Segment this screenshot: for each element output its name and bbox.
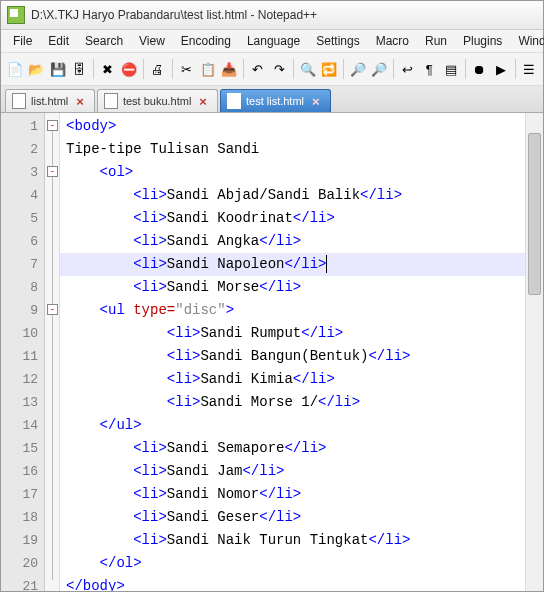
show-all-icon: ¶ [426,62,433,77]
file-icon [227,93,241,109]
code-line[interactable]: <li>Sandi Jam</li> [66,460,525,483]
menu-language[interactable]: Language [239,32,308,50]
menu-view[interactable]: View [131,32,173,50]
close-icon[interactable]: × [199,94,207,109]
tab-bar: list.html×test buku.html×test list.html× [1,86,543,113]
fold-toggle[interactable]: - [47,304,58,315]
app-icon [7,6,25,24]
line-number: 17 [1,483,38,506]
indent-guide-button[interactable]: ▤ [441,57,461,81]
code-line[interactable]: <li>Sandi Rumput</li> [66,322,525,345]
text-caret [326,255,327,273]
show-all-button[interactable]: ¶ [419,57,439,81]
cut-icon: ✂ [181,62,192,77]
paste-icon: 📥 [221,62,237,77]
print-button[interactable]: 🖨 [148,57,168,81]
paste-button[interactable]: 📥 [220,57,240,81]
code-line[interactable]: <body> [66,115,525,138]
code-line[interactable]: <li>Sandi Morse</li> [66,276,525,299]
redo-button[interactable]: ↷ [270,57,290,81]
line-number: 13 [1,391,38,414]
new-file-button[interactable]: 📄 [5,57,25,81]
code-line[interactable]: <ul type="disc"> [66,299,525,322]
code-line[interactable]: <li>Sandi Koodrinat</li> [66,207,525,230]
line-number: 11 [1,345,38,368]
code-line[interactable]: <li>Sandi Napoleon</li> [66,253,525,276]
save-icon: 💾 [50,62,66,77]
code-text-area[interactable]: <body>Tipe-tipe Tulisan Sandi <ol> <li>S… [60,113,525,591]
code-line[interactable]: <li>Sandi Kimia</li> [66,368,525,391]
tab-list.html[interactable]: list.html× [5,89,95,112]
tab-test-list.html[interactable]: test list.html× [220,89,331,112]
find-button[interactable]: 🔍 [298,57,318,81]
toolbar-separator [515,59,516,79]
code-line[interactable]: <li>Sandi Nomor</li> [66,483,525,506]
file-icon [104,93,118,109]
zoom-out-button[interactable]: 🔎 [369,57,389,81]
line-number: 5 [1,207,38,230]
tab-label: test buku.html [123,95,191,107]
code-line[interactable]: <li>Sandi Bangun(Bentuk)</li> [66,345,525,368]
menu-edit[interactable]: Edit [40,32,77,50]
macro-rec-icon: ⏺ [473,62,486,77]
macro-play-button[interactable]: ▶ [491,57,511,81]
close-icon[interactable]: × [312,94,320,109]
close-icon[interactable]: × [76,94,84,109]
menu-bar: FileEditSearchViewEncodingLanguageSettin… [1,30,543,53]
indent-guide-icon: ▤ [445,62,457,77]
code-line[interactable]: <li>Sandi Angka</li> [66,230,525,253]
new-file-icon: 📄 [7,62,23,77]
replace-icon: 🔁 [321,62,337,77]
line-number: 20 [1,552,38,575]
code-line[interactable]: <li>Sandi Geser</li> [66,506,525,529]
window-title: D:\X.TKJ Haryo Prabandaru\test list.html… [31,8,317,22]
menu-search[interactable]: Search [77,32,131,50]
macro-play-icon: ▶ [496,62,506,77]
copy-button[interactable]: 📋 [198,57,218,81]
macro-rec-button[interactable]: ⏺ [469,57,489,81]
zoom-in-button[interactable]: 🔎 [348,57,368,81]
title-bar[interactable]: D:\X.TKJ Haryo Prabandaru\test list.html… [1,1,543,30]
close-all-button[interactable]: ⛔ [120,57,140,81]
menu-window[interactable]: Window [510,32,544,50]
line-number: 9 [1,299,38,322]
toolbar-separator [343,59,344,79]
scrollbar-thumb[interactable] [528,133,541,295]
tab-test-buku.html[interactable]: test buku.html× [97,89,218,112]
code-line[interactable]: </ol> [66,552,525,575]
menu-run[interactable]: Run [417,32,455,50]
undo-button[interactable]: ↶ [248,57,268,81]
word-wrap-button[interactable]: ↩ [398,57,418,81]
save-all-button[interactable]: 🗄 [70,57,90,81]
code-line[interactable]: </body> [66,575,525,591]
code-line[interactable]: <li>Sandi Naik Turun Tingkat</li> [66,529,525,552]
line-number: 10 [1,322,38,345]
close-button[interactable]: ✖ [98,57,118,81]
code-line[interactable]: <ol> [66,161,525,184]
open-file-button[interactable]: 📂 [27,57,47,81]
fold-toggle[interactable]: - [47,166,58,177]
menu-plugins[interactable]: Plugins [455,32,510,50]
menu-settings[interactable]: Settings [308,32,367,50]
menu-file[interactable]: File [5,32,40,50]
print-icon: 🖨 [151,62,164,77]
code-line[interactable]: <li>Sandi Semapore</li> [66,437,525,460]
line-number: 21 [1,575,38,591]
fold-toggle[interactable]: - [47,120,58,131]
code-line[interactable]: </ul> [66,414,525,437]
fold-margin[interactable]: --- [45,113,60,591]
line-number: 3 [1,161,38,184]
line-number: 15 [1,437,38,460]
save-button[interactable]: 💾 [48,57,68,81]
line-number-gutter[interactable]: 123456789101112131415161718192021 [1,113,45,591]
code-line[interactable]: <li>Sandi Morse 1/</li> [66,391,525,414]
replace-button[interactable]: 🔁 [320,57,340,81]
code-line[interactable]: Tipe-tipe Tulisan Sandi [66,138,525,161]
menu-encoding[interactable]: Encoding [173,32,239,50]
doc-map-button[interactable]: ☰ [519,57,539,81]
cut-button[interactable]: ✂ [176,57,196,81]
vertical-scrollbar[interactable] [525,113,543,591]
line-number: 8 [1,276,38,299]
code-line[interactable]: <li>Sandi Abjad/Sandi Balik</li> [66,184,525,207]
menu-macro[interactable]: Macro [368,32,417,50]
